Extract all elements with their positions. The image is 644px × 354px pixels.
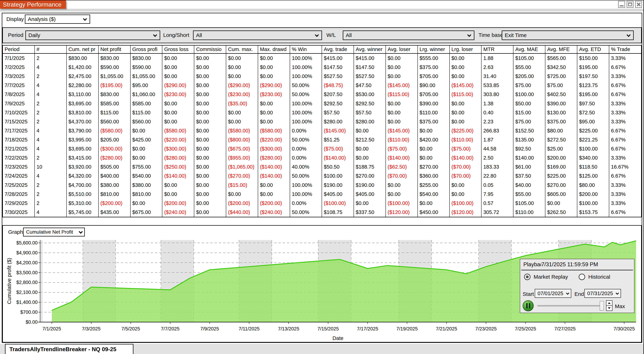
table-row[interactable]: 7/21/20254$3,695.00($300.00)$0.00($300.0…	[3, 144, 641, 153]
table-cell: 7/9/2025	[3, 99, 35, 108]
column-header[interactable]: Lrg. loser	[450, 45, 482, 53]
pause-button[interactable]	[523, 300, 534, 311]
column-header[interactable]: Cum. max.	[226, 45, 258, 53]
table-cell: $0.00	[258, 190, 290, 199]
table-cell: $830.00	[67, 54, 99, 63]
table-cell: $188.75	[354, 162, 386, 171]
table-cell: $3,920.00	[67, 162, 99, 171]
table-cell: 7.95	[482, 190, 514, 199]
table-cell: $100.00	[322, 171, 354, 180]
table-cell: ($220.00)	[258, 135, 290, 144]
long-short-dropdown[interactable]: All	[193, 30, 322, 40]
column-header[interactable]: % Trade	[609, 45, 641, 53]
table-cell: 7/15/2025	[3, 117, 35, 126]
table-row[interactable]: 7/7/20254$2,280.00($195.00)$95.00($290.0…	[3, 81, 641, 90]
table-row[interactable]: 7/22/20252$3,415.00($280.00)$0.00($280.0…	[3, 153, 641, 162]
end-date-dropdown[interactable]: 07/31/2025	[584, 289, 621, 298]
table-cell: $0.00	[162, 190, 194, 199]
column-header[interactable]: Avg. MAE	[514, 45, 545, 53]
table-cell: ($280.00)	[99, 153, 130, 162]
table-row[interactable]: 7/9/20252$3,695.00$585.00$585.00$0.00$0.…	[3, 99, 641, 108]
period-dropdown[interactable]: Daily	[25, 30, 160, 40]
market-replay-radio[interactable]	[524, 274, 530, 280]
table-row[interactable]: 7/1/20252$830.00$830.00$830.00$0.00$0.00…	[3, 54, 641, 63]
table-cell: ($75.00)	[450, 144, 482, 153]
historical-radio[interactable]	[579, 274, 585, 280]
table-cell: $152.50	[514, 126, 545, 135]
table-cell: ($100.00)	[450, 199, 482, 208]
table-row[interactable]: 7/10/20252$3,810.00$115.00$115.00$0.00$0…	[3, 108, 641, 117]
table-row[interactable]: 7/30/20254$5,745.00$435.00$675.00($240.0…	[3, 208, 641, 217]
table-cell: $195.00	[577, 63, 609, 72]
column-header[interactable]: Lrg. winner	[418, 45, 450, 53]
wl-dropdown[interactable]: All	[343, 30, 474, 40]
table-cell: ($195.00)	[99, 81, 130, 90]
table-row[interactable]: 7/24/20254$4,320.00$400.00$540.00($140.0…	[3, 171, 641, 180]
table-cell: $380.00	[130, 181, 162, 190]
column-header[interactable]: #	[35, 45, 67, 53]
table-row[interactable]: 7/18/20254$3,995.00$205.00$425.00($220.0…	[3, 135, 641, 144]
table-cell: $0.00	[258, 63, 290, 72]
table-cell: $135.00	[514, 135, 545, 144]
close-button[interactable]	[635, 1, 642, 8]
radio-selected-dot	[526, 276, 529, 278]
column-header[interactable]: Net profit	[99, 45, 130, 53]
column-header[interactable]: Cum. net pr	[67, 45, 99, 53]
speed-slider-track[interactable]	[537, 305, 602, 307]
column-header[interactable]: Period	[3, 45, 35, 53]
table-cell: $540.00	[418, 190, 450, 199]
time-base-dropdown[interactable]: Exit Time	[502, 30, 634, 40]
table-cell: $0.00	[194, 144, 226, 153]
graph-type-dropdown[interactable]: Cumulative Net Profit	[23, 228, 85, 237]
column-header[interactable]: Avg. loser	[386, 45, 418, 53]
table-cell: $375.00	[418, 117, 450, 126]
chevron-down-icon	[566, 292, 569, 295]
table-cell: $140.00	[514, 153, 545, 162]
column-header[interactable]: MTR	[482, 45, 514, 53]
spinner-down-button[interactable]	[606, 306, 612, 311]
table-row[interactable]: 7/25/20252$4,700.00$380.00$380.00$0.00$0…	[3, 181, 641, 190]
table-cell: $585.00	[130, 99, 162, 108]
minimize-button[interactable]	[618, 1, 625, 8]
table-row[interactable]: 7/3/20252$2,475.00$1,055.00$1,055.00$0.0…	[3, 72, 641, 81]
table-cell: 6.67%	[609, 135, 641, 144]
column-header[interactable]: Commissio	[194, 45, 226, 53]
column-header[interactable]: Gross loss	[162, 45, 194, 53]
speed-slider-thumb[interactable]	[600, 301, 604, 311]
table-cell: 4	[35, 135, 67, 144]
table-row[interactable]: 7/23/202510$3,920.00$505.00$755.00($250.…	[3, 162, 641, 171]
table-cell: $585.00	[99, 99, 130, 108]
maximize-button[interactable]	[626, 1, 634, 8]
table-row[interactable]: 7/8/20254$3,110.00$830.00$1,060.00($230.…	[3, 90, 641, 99]
table-cell: $0.00	[194, 199, 226, 208]
column-header[interactable]: Avg. trade	[322, 45, 354, 53]
table-row[interactable]: 7/28/20252$5,510.00$810.00$810.00$0.00$0…	[3, 190, 641, 199]
column-header[interactable]: % Win	[290, 45, 322, 53]
table-cell: $565.00	[545, 54, 577, 63]
table-row[interactable]: 7/15/20252$4,370.00$560.00$560.00$0.00$0…	[3, 117, 641, 126]
column-header[interactable]: Avg. ETD	[577, 45, 609, 53]
column-header[interactable]: Gross profi	[130, 45, 162, 53]
table-row[interactable]: 7/17/20254$3,790.00($580.00)$0.00($580.0…	[3, 126, 641, 135]
column-header[interactable]: Max. drawd	[258, 45, 290, 53]
column-header[interactable]: Avg. winner	[354, 45, 386, 53]
minimize-icon	[620, 5, 624, 6]
strategy-tab[interactable]: TradersAllyTrendlineBreaker - NQ 09-25	[5, 344, 134, 354]
table-cell: $342.50	[545, 63, 577, 72]
window-title[interactable]: Strategy Performance	[0, 0, 66, 9]
spinner-up-button[interactable]	[606, 300, 612, 306]
wl-label: W/L	[326, 30, 336, 40]
table-row[interactable]: 7/2/20254$1,420.00$590.00$590.00$0.00$0.…	[3, 63, 641, 72]
table-cell: ($675.00)	[226, 144, 258, 153]
table-cell: 3.33%	[609, 117, 641, 126]
period-dropdown-value: Daily	[28, 32, 40, 38]
table-cell: ($440.00)	[226, 208, 258, 217]
playback-mode-row: Market Replay Historical	[520, 273, 634, 282]
column-header[interactable]: Avg. MFE	[545, 45, 577, 53]
table-row[interactable]: 7/29/20252$5,310.00($200.00)$0.00($200.0…	[3, 199, 641, 208]
start-date-dropdown[interactable]: 07/01/2025	[535, 289, 571, 298]
display-dropdown[interactable]: Analysis ($)	[25, 14, 90, 24]
table-cell: ($290.00)	[162, 81, 194, 90]
table-cell: ($145.00)	[450, 81, 482, 90]
table-cell: $560.00	[99, 117, 130, 126]
